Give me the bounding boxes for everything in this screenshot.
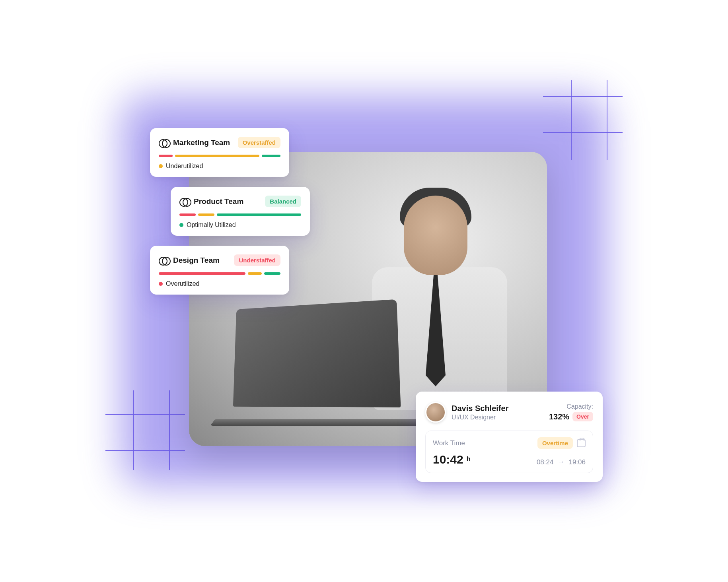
utilization-bar [159,155,280,157]
legend-dot-icon [179,223,183,227]
team-circles-icon [159,138,169,148]
divider [529,400,529,424]
arrow-right-icon: → [557,458,564,466]
work-time-range: 08:24 → 19:06 [537,458,586,466]
status-badge: Understaffed [234,254,280,266]
legend-dot-icon [159,282,163,286]
status-badge: Balanced [265,196,301,207]
user-role: UI/UX Designer [452,414,508,421]
legend-dot-icon [159,164,163,168]
work-time-panel: Work Time Overtime 10:42 h 08:24 → 19:06 [425,431,593,473]
team-name: Product Team [194,197,243,206]
work-duration: 10:42 h [433,453,471,466]
utilization-legend: Overutilized [159,280,280,287]
work-time-label: Work Time [433,439,465,447]
laptop-illustration [213,303,436,430]
legend-text: Underutilized [166,163,203,170]
utilization-legend: Optimally Utilized [179,221,301,229]
team-name: Marketing Team [173,138,230,147]
start-time: 08:24 [537,458,554,466]
overtime-badge: Overtime [537,437,573,449]
avatar [425,402,446,423]
work-duration-unit: h [467,456,471,463]
user-capacity-card[interactable]: Davis Schleifer UI/UX Designer Capacity:… [416,392,603,482]
team-card-marketing[interactable]: Marketing Team Overstaffed Underutilized [150,128,289,177]
briefcase-icon [577,439,586,447]
team-card-design[interactable]: Design Team Understaffed Overutilized [150,246,289,295]
capacity-label: Capacity: [549,403,593,410]
utilization-legend: Underutilized [159,163,280,170]
decorative-grid-top-right [543,80,623,160]
team-card-product[interactable]: Product Team Balanced Optimally Utilized [171,187,310,236]
status-badge: Overstaffed [238,137,280,148]
end-time: 19:06 [568,458,586,466]
decorative-grid-bottom-left [105,390,185,470]
work-duration-value: 10:42 [433,453,463,466]
utilization-bar [179,213,301,216]
team-circles-icon [159,255,169,266]
utilization-bar [159,272,280,275]
legend-text: Overutilized [166,280,199,287]
team-circles-icon [179,196,190,207]
capacity-badge: Over [572,412,593,421]
capacity-value: 132% [549,412,569,421]
legend-text: Optimally Utilized [187,221,236,229]
user-name: Davis Schleifer [452,404,508,413]
team-name: Design Team [173,256,220,265]
